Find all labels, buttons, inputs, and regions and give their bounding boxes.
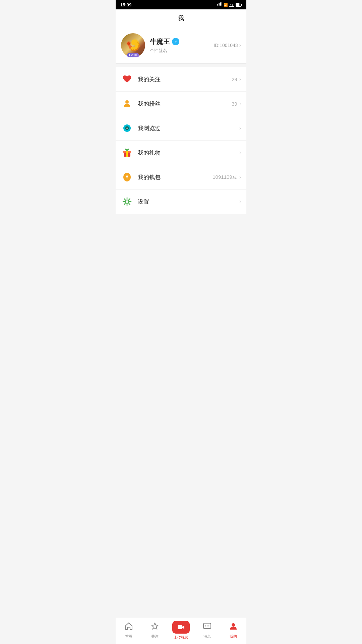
svg-rect-2 [220,2,221,5]
nav-mine-label: 我的 [230,634,237,639]
nav-home-label: 首页 [125,634,132,639]
gift-chevron: › [239,150,241,156]
nav-item-message[interactable]: 消息 [194,622,220,639]
heart-icon [121,73,133,85]
profile-name-row: 牛魔王 ♂ [150,37,214,46]
fans-icon [121,98,133,110]
settings-chevron: › [239,199,241,205]
profile-id[interactable]: ID:1001043 › [214,42,241,48]
nav-item-follow[interactable]: 关注 [142,622,168,639]
svg-rect-5 [241,4,242,6]
upload-button[interactable] [172,621,190,634]
message-icon [203,622,212,633]
content-area: Lv.10 牛魔王 ♂ 个性签名 ID:1001043 › 我的关注 29 › [116,27,246,240]
svg-point-7 [125,100,129,104]
svg-point-16 [125,200,129,203]
fans-label: 我的粉丝 [138,100,232,108]
mine-icon [229,622,238,633]
wallet-chevron: › [239,174,241,180]
page-title: 我 [178,15,184,21]
fans-count: 39 [232,101,237,107]
svg-point-19 [205,626,206,627]
nav-item-upload[interactable]: 上传视频 [168,621,194,640]
fans-chevron: › [239,101,241,107]
svg-rect-17 [178,625,182,629]
menu-item-fans[interactable]: 我的粉丝 39 › [116,92,246,116]
follow-count: 29 [232,76,237,82]
wallet-value: 1091109豆 [213,174,237,180]
svg-point-22 [232,623,235,627]
profile-bio: 个性签名 [150,48,214,54]
menu-item-settings[interactable]: 设置 › [116,190,246,214]
menu-item-browse[interactable]: 我浏览过 › [116,116,246,141]
svg-text:¥: ¥ [126,174,128,180]
menu-section: 我的关注 29 › 我的粉丝 39 › [116,67,246,214]
settings-icon [121,196,133,208]
nav-message-label: 消息 [203,634,211,639]
svg-point-20 [207,626,208,627]
svg-rect-1 [219,3,220,5]
status-time: 15:39 [120,2,131,7]
gender-icon: ♂ [172,38,179,45]
profile-section[interactable]: Lv.10 牛魔王 ♂ 个性签名 ID:1001043 › [116,27,246,64]
profile-info: 牛魔王 ♂ 个性签名 [150,37,214,54]
wallet-label: 我的钱包 [138,173,213,181]
svg-rect-13 [126,151,128,157]
svg-rect-3 [221,2,222,6]
gift-label: 我的礼物 [138,149,237,157]
svg-point-10 [126,127,128,129]
level-badge: Lv.10 [127,53,139,57]
follow-label: 我的关注 [138,75,232,83]
browse-chevron: › [239,125,241,131]
menu-item-gift[interactable]: 我的礼物 › [116,141,246,165]
home-icon [124,622,133,633]
avatar-wrap: Lv.10 [121,33,145,57]
profile-chevron: › [239,42,241,48]
wallet-icon: ¥ [121,171,133,183]
page-header: 我 [116,9,246,27]
follow-chevron: › [239,76,241,82]
nav-follow-label: 关注 [151,634,159,639]
gift-icon [121,147,133,159]
menu-item-follow[interactable]: 我的关注 29 › [116,67,246,92]
svg-rect-0 [217,4,218,5]
profile-name: 牛魔王 [150,37,170,46]
status-bar: 15:39 📶 46 [116,0,246,9]
menu-item-wallet[interactable]: ¥ 我的钱包 1091109豆 › [116,165,246,190]
status-icons: 📶 46 [217,2,242,7]
svg-point-21 [208,626,209,627]
browse-label: 我浏览过 [138,124,237,132]
browse-icon [121,122,133,134]
nav-item-home[interactable]: 首页 [116,622,142,639]
nav-item-mine[interactable]: 我的 [220,622,246,639]
star-icon [150,622,159,633]
bottom-nav: 首页 关注 上传视频 消息 [116,618,246,644]
nav-upload-label: 上传视频 [174,635,188,640]
svg-rect-6 [236,3,239,6]
settings-label: 设置 [138,198,237,206]
